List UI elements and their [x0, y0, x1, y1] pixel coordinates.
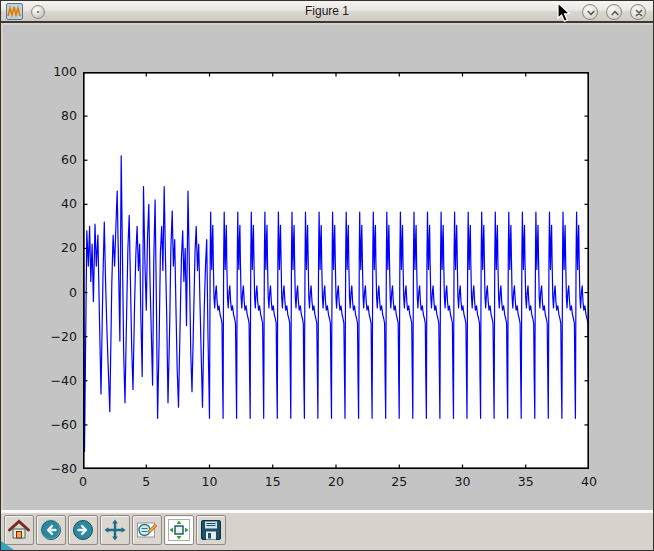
- home-button[interactable]: [4, 515, 34, 545]
- back-button[interactable]: [36, 515, 66, 545]
- tick-label: −60: [37, 417, 77, 432]
- chevron-down-icon: [585, 7, 597, 19]
- tick-label: 10: [188, 474, 232, 489]
- chevron-up-icon: [609, 7, 621, 19]
- navigation-toolbar: [1, 513, 654, 550]
- close-button[interactable]: [630, 4, 646, 20]
- tick-label: 40: [37, 196, 77, 211]
- forward-icon: [71, 518, 95, 542]
- close-x-icon: [633, 7, 645, 19]
- tick-label: 20: [37, 240, 77, 255]
- maximize-button[interactable]: [606, 4, 622, 20]
- save-button[interactable]: [196, 515, 226, 545]
- configure-subplots-icon: [167, 518, 191, 542]
- plot-axes[interactable]: [83, 72, 589, 469]
- tick-label: 5: [124, 474, 168, 489]
- back-icon: [39, 518, 63, 542]
- figure-window: Figure 1 100806040200−20−40−60−800510152…: [0, 0, 654, 551]
- subplots-button[interactable]: [164, 515, 194, 545]
- titlebar[interactable]: Figure 1: [1, 1, 653, 23]
- tick-label: 80: [37, 108, 77, 123]
- tick-label: 20: [314, 474, 358, 489]
- tick-label: −20: [37, 329, 77, 344]
- figure-canvas[interactable]: 100806040200−20−40−60−800510152025303540: [3, 25, 653, 510]
- home-icon: [7, 518, 31, 542]
- mouse-cursor-icon: [557, 2, 573, 24]
- pan-arrows-icon: [103, 518, 127, 542]
- tick-label: 25: [377, 474, 421, 489]
- tick-label: 100: [37, 64, 77, 79]
- tick-label: 30: [441, 474, 485, 489]
- shade-button[interactable]: [582, 4, 598, 20]
- zoom-to-rect-icon: [135, 518, 159, 542]
- tick-label: −40: [37, 373, 77, 388]
- window-title: Figure 1: [1, 1, 653, 21]
- line-plot: [83, 72, 589, 469]
- save-floppy-icon: [199, 518, 223, 542]
- tick-label: 0: [37, 285, 77, 300]
- tick-label: 40: [567, 474, 611, 489]
- zoom-button[interactable]: [132, 515, 162, 545]
- tick-label: 0: [61, 474, 105, 489]
- tick-label: 60: [37, 152, 77, 167]
- tick-label: 35: [504, 474, 548, 489]
- tick-label: 15: [251, 474, 295, 489]
- forward-button[interactable]: [68, 515, 98, 545]
- pan-button[interactable]: [100, 515, 130, 545]
